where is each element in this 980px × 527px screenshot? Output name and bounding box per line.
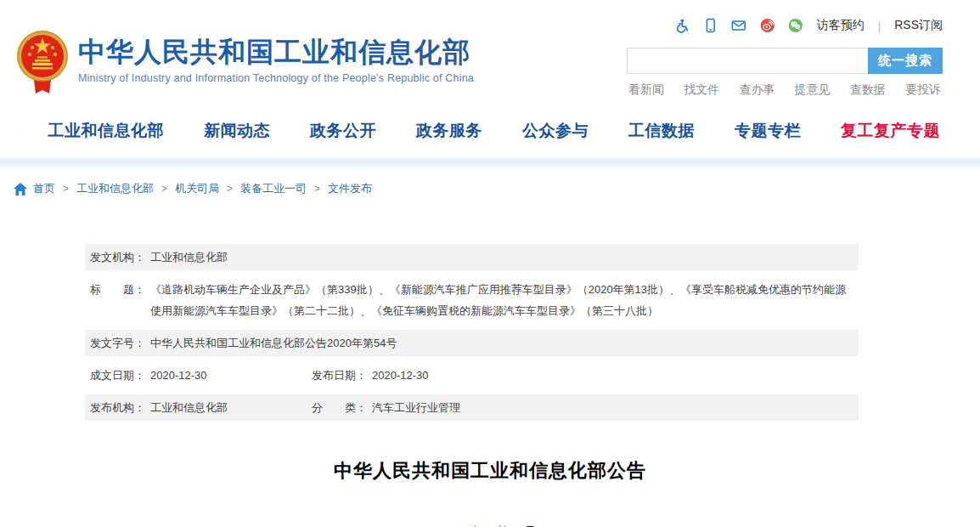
nav-item-special-topics[interactable]: 专题专栏 xyxy=(735,120,801,142)
breadcrumb-home[interactable]: 首页 xyxy=(33,181,55,196)
meta-row-issuing-agency: 发文机构： 工业和信息化部 xyxy=(85,244,859,270)
quick-link-data[interactable]: 查数据 xyxy=(850,82,886,98)
meta-row-title: 标 题： 《道路机动车辆生产企业及产品》（第339批）、《新能源汽车推广应用推荐… xyxy=(85,276,859,324)
category-value: 汽车工业行业管理 xyxy=(372,397,460,418)
nav-item-miit[interactable]: 工业和信息化部 xyxy=(48,120,165,142)
quick-link-news[interactable]: 看新闻 xyxy=(628,82,664,98)
nav-item-news[interactable]: 新闻动态 xyxy=(204,120,270,142)
meta-row-dates: 成文日期： 2020-12-30 发布日期： 2020-12-30 xyxy=(85,362,859,388)
written-date-value: 2020-12-30 xyxy=(150,365,207,386)
nav-item-miit-data[interactable]: 工信数据 xyxy=(628,120,695,142)
meta-row-publisher: 发布机构： 工业和信息化部 分 类： 汽车工业行业管理 xyxy=(85,394,859,421)
header-links-divider: | xyxy=(878,20,881,32)
quick-link-files[interactable]: 找文件 xyxy=(684,82,719,98)
doc-number-label: 发文字号： xyxy=(90,332,145,354)
breadcrumb-separator: > xyxy=(161,183,167,195)
publish-date-pair: 发布日期： 2020-12-30 xyxy=(312,365,429,386)
home-icon[interactable] xyxy=(14,183,27,196)
doc-title-value: 《道路机动车辆生产企业及产品》（第339批）、《新能源汽车推广应用推荐车型目录》… xyxy=(150,279,852,321)
quick-links: 看新闻 找文件 查办事 提意见 查数据 要投诉 xyxy=(627,82,943,98)
page: 中华人民共和国工业和信息化部 Ministry of Industry and … xyxy=(0,0,980,527)
issuing-agency-value: 工业和信息化部 xyxy=(150,246,228,268)
doc-number-value: 中华人民共和国工业和信息化部公告2020年第54号 xyxy=(150,332,397,354)
category-label: 分 类： xyxy=(312,397,367,418)
category-pair: 分 类： 汽车工业行业管理 xyxy=(312,397,460,418)
breadcrumb-equipment-dept[interactable]: 装备工业一司 xyxy=(240,181,307,196)
search-input[interactable] xyxy=(627,48,868,74)
main-nav: 工业和信息化部 新闻动态 政务公开 政务服务 公众参与 工信数据 专题专栏 复工… xyxy=(0,106,980,156)
quick-link-suggestions[interactable]: 提意见 xyxy=(795,82,831,98)
document-main: 发文机构： 工业和信息化部 标 题： 《道路机动车辆生产企业及产品》（第339批… xyxy=(0,244,980,527)
site-title: 中华人民共和国工业和信息化部 xyxy=(78,35,474,69)
mobile-icon[interactable] xyxy=(703,14,718,37)
nav-item-gov-services[interactable]: 政务服务 xyxy=(416,120,482,142)
publish-date-label: 发布日期： xyxy=(312,365,367,386)
publish-date-value: 2020-12-30 xyxy=(372,365,429,386)
wechat-icon[interactable] xyxy=(788,14,803,37)
site-title-block: 中华人民共和国工业和信息化部 Ministry of Industry and … xyxy=(78,35,474,84)
meta-row-doc-number: 发文字号： 中华人民共和国工业和信息化部公告2020年第54号 xyxy=(85,330,859,356)
quick-link-complaints[interactable]: 要投诉 xyxy=(905,82,941,98)
document-meta-table: 发文机构： 工业和信息化部 标 题： 《道路机动车辆生产企业及产品》（第339批… xyxy=(85,244,859,421)
publish-agency-pair: 发布机构： 工业和信息化部 xyxy=(90,397,312,418)
nav-separator xyxy=(0,156,980,169)
breadcrumb-separator: > xyxy=(63,183,69,195)
quick-link-services[interactable]: 查办事 xyxy=(739,82,774,98)
rss-subscribe-link[interactable]: RSS订阅 xyxy=(894,18,943,33)
written-date-pair: 成文日期： 2020-12-30 xyxy=(90,365,312,386)
weibo-icon[interactable] xyxy=(760,14,775,37)
national-emblem-icon xyxy=(15,26,70,95)
breadcrumb-document-release[interactable]: 文件发布 xyxy=(328,181,372,196)
publish-agency-value: 工业和信息化部 xyxy=(150,397,228,418)
announcement-title: 中华人民共和国工业和信息化部公告 xyxy=(0,458,980,484)
breadcrumb-miit[interactable]: 工业和信息化部 xyxy=(76,181,154,196)
header-right: 访客预约 | RSS订阅 统一搜索 看新闻 找文件 查办事 提意见 查数据 要投… xyxy=(627,12,943,99)
visitor-reservation-link[interactable]: 访客预约 xyxy=(817,18,865,33)
breadcrumb-separator: > xyxy=(314,183,320,195)
mail-icon[interactable] xyxy=(731,14,746,37)
site-logo-group: 中华人民共和国工业和信息化部 Ministry of Industry and … xyxy=(15,12,474,99)
written-date-label: 成文日期： xyxy=(90,365,145,386)
site-header: 中华人民共和国工业和信息化部 Ministry of Industry and … xyxy=(0,0,980,106)
header-icons-row: 访客预约 | RSS订阅 xyxy=(627,12,943,39)
site-subtitle: Ministry of Industry and Information Tec… xyxy=(78,72,474,84)
miit-gear-icon xyxy=(24,117,25,144)
unified-search-button[interactable]: 统一搜索 xyxy=(868,48,943,74)
breadcrumb: 首页 > 工业和信息化部 > 机关司局 > 装备工业一司 > 文件发布 xyxy=(0,169,980,205)
accessibility-icon[interactable] xyxy=(674,14,690,37)
breadcrumb-separator: > xyxy=(227,183,233,195)
breadcrumb-departments[interactable]: 机关司局 xyxy=(175,181,219,196)
nav-item-public-participation[interactable]: 公众参与 xyxy=(522,120,589,142)
search-bar: 统一搜索 xyxy=(627,48,943,74)
issuing-agency-label: 发文机构： xyxy=(90,246,145,268)
nav-item-gov-disclosure[interactable]: 政务公开 xyxy=(310,120,376,142)
publish-agency-label: 发布机构： xyxy=(90,397,145,418)
nav-item-work-resumption[interactable]: 复工复产专题 xyxy=(841,120,940,142)
doc-title-label: 标 题： xyxy=(90,279,145,321)
